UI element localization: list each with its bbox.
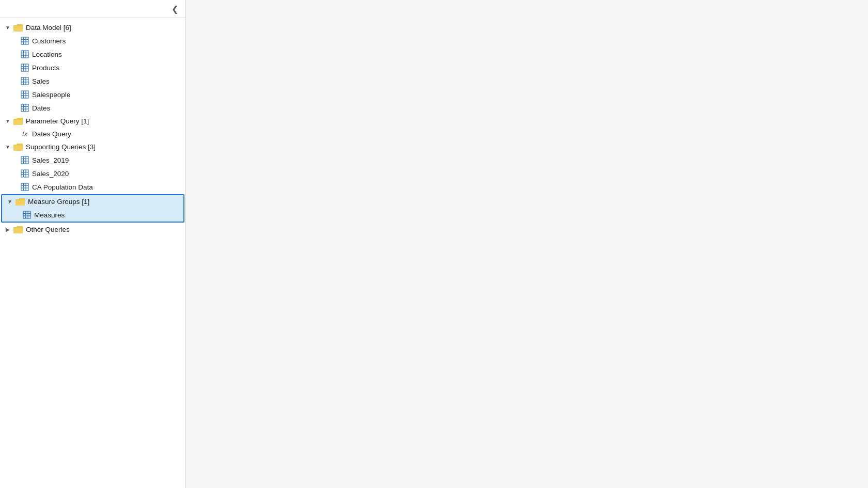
- svg-rect-15: [21, 77, 28, 85]
- expand-arrow-supporting-queries: ▼: [4, 144, 11, 151]
- item-label-ca-population: CA Population Data: [32, 183, 93, 191]
- tree-item-products[interactable]: Products: [0, 61, 185, 74]
- group-measure-groups: ▼ Measure Groups [1] Measures: [1, 194, 184, 223]
- item-label-dates-query: Dates Query: [32, 130, 71, 138]
- group-data-model: ▼ Data Model [6] Customers Locations: [0, 21, 185, 115]
- svg-rect-45: [23, 211, 30, 218]
- item-label-salespeople: Salespeople: [32, 91, 70, 99]
- tree-item-dates[interactable]: Dates: [0, 101, 185, 115]
- tree-item-salespeople[interactable]: Salespeople: [0, 88, 185, 101]
- sidebar-header: ❮: [0, 0, 185, 18]
- svg-rect-25: [21, 104, 28, 112]
- item-label-sales-2019: Sales_2019: [32, 156, 69, 164]
- tree-item-measures[interactable]: Measures: [2, 208, 183, 222]
- collapse-icon[interactable]: ❮: [172, 5, 178, 13]
- item-label-measures: Measures: [34, 211, 65, 219]
- item-label-sales-2020: Sales_2020: [32, 170, 69, 178]
- group-children-parameter-query: fx Dates Query: [0, 128, 185, 140]
- tree-container: ▼ Data Model [6] Customers Locations: [0, 18, 185, 488]
- group-label-other-queries: Other Queries: [26, 226, 70, 233]
- expand-arrow-other-queries: ▶: [4, 226, 11, 233]
- tree-item-customers[interactable]: Customers: [0, 34, 185, 48]
- tree-item-dates-query[interactable]: fx Dates Query: [0, 128, 185, 140]
- group-supporting-queries: ▼ Supporting Queries [3] Sales_2019 Sale…: [0, 140, 185, 194]
- tree-item-sales-2019[interactable]: Sales_2019: [0, 153, 185, 167]
- group-header-measure-groups[interactable]: ▼ Measure Groups [1]: [2, 195, 183, 208]
- sidebar: ❮ ▼ Data Model [6] Customers Locations: [0, 0, 186, 488]
- expand-arrow-measure-groups: ▼: [6, 198, 13, 206]
- item-label-sales: Sales: [32, 77, 50, 85]
- item-label-locations: Locations: [32, 51, 62, 58]
- expand-arrow-data-model: ▼: [4, 24, 11, 32]
- group-header-parameter-query[interactable]: ▼ Parameter Query [1]: [0, 115, 185, 128]
- tree-item-sales[interactable]: Sales: [0, 74, 185, 88]
- svg-rect-30: [21, 156, 28, 164]
- group-header-supporting-queries[interactable]: ▼ Supporting Queries [3]: [0, 140, 185, 153]
- group-header-other-queries[interactable]: ▶ Other Queries: [0, 223, 185, 236]
- tree-item-sales-2020[interactable]: Sales_2020: [0, 167, 185, 180]
- group-header-data-model[interactable]: ▼ Data Model [6]: [0, 21, 185, 34]
- group-children-measure-groups: Measures: [2, 208, 183, 222]
- svg-rect-10: [21, 64, 28, 71]
- tree-item-ca-population[interactable]: CA Population Data: [0, 180, 185, 194]
- svg-rect-20: [21, 91, 28, 98]
- item-label-dates: Dates: [32, 104, 50, 112]
- svg-rect-40: [21, 183, 28, 191]
- group-label-supporting-queries: Supporting Queries [3]: [26, 143, 96, 151]
- group-children-supporting-queries: Sales_2019 Sales_2020 CA Population Data: [0, 153, 185, 194]
- expand-arrow-parameter-query: ▼: [4, 118, 11, 125]
- svg-rect-5: [21, 51, 28, 58]
- group-label-parameter-query: Parameter Query [1]: [26, 117, 89, 125]
- group-other-queries: ▶ Other Queries: [0, 223, 185, 236]
- item-label-products: Products: [32, 64, 59, 72]
- svg-rect-35: [21, 170, 28, 177]
- group-children-data-model: Customers Locations Products Sales: [0, 34, 185, 115]
- group-label-measure-groups: Measure Groups [1]: [28, 198, 89, 206]
- main-content: [186, 0, 868, 488]
- group-label-data-model: Data Model [6]: [26, 24, 71, 32]
- item-label-customers: Customers: [32, 37, 66, 45]
- group-parameter-query: ▼ Parameter Query [1] fx Dates Query: [0, 115, 185, 140]
- tree-item-locations[interactable]: Locations: [0, 48, 185, 61]
- svg-rect-0: [21, 37, 28, 44]
